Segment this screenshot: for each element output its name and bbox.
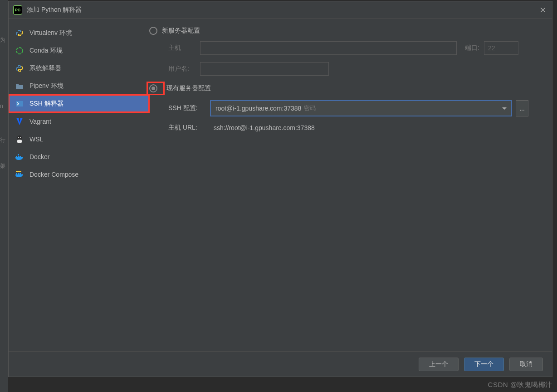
sidebar-item-label: Docker Compose — [29, 171, 78, 178]
host-input[interactable] — [200, 41, 457, 55]
sidebar-item-label: WSL — [29, 136, 43, 143]
host-label: 主机 — [168, 44, 200, 52]
sidebar-item-system[interactable]: 系统解释器 — [9, 59, 149, 77]
dialog-title: 添加 Python 解释器 — [27, 6, 538, 14]
svg-rect-10 — [16, 173, 17, 174]
sidebar-item-ssh[interactable]: SSH 解释器 — [9, 95, 149, 112]
cancel-button[interactable]: 取消 — [509, 358, 543, 371]
add-interpreter-dialog: PC 添加 Python 解释器 Virtualenv 环境 Conda 环境 … — [8, 1, 552, 377]
ssh-icon — [15, 99, 24, 108]
ide-gutter: 为 n 行 架 — [0, 0, 8, 392]
sidebar-item-conda[interactable]: Conda 环境 — [9, 42, 149, 59]
svg-rect-1 — [16, 101, 23, 106]
titlebar: PC 添加 Python 解释器 — [9, 1, 552, 19]
python-icon — [15, 64, 24, 73]
port-input[interactable] — [484, 41, 518, 55]
ssh-config-more-button[interactable]: ... — [516, 100, 528, 116]
next-button[interactable]: 下一个 — [464, 358, 504, 371]
ssh-config-hint: 密码 — [304, 104, 316, 112]
linux-icon — [15, 135, 24, 144]
sidebar-item-label: SSH 解释器 — [29, 100, 64, 108]
svg-rect-13 — [16, 171, 21, 172]
ssh-config-value: root@i-1.gpushare.com:37388 — [215, 105, 301, 112]
svg-rect-7 — [18, 156, 19, 157]
main-panel: 新服务器配置 主机 端口: 用户名: 现有服务器配置 SSH 配置: root@… — [149, 19, 552, 351]
docker-icon — [15, 152, 24, 161]
radio-existing-server[interactable] — [149, 84, 157, 92]
svg-point-4 — [18, 137, 19, 138]
host-url-value: ssh://root@i-1.gpushare.com:37388 — [214, 124, 315, 131]
prev-button[interactable]: 上一个 — [419, 358, 459, 371]
sidebar-item-virtualenv[interactable]: Virtualenv 环境 — [9, 24, 149, 42]
svg-point-3 — [17, 140, 22, 143]
sidebar-item-label: Pipenv 环境 — [29, 82, 64, 90]
sidebar-item-vagrant[interactable]: Vagrant — [9, 112, 149, 130]
pycharm-icon: PC — [13, 5, 22, 15]
sidebar-item-docker-compose[interactable]: Docker Compose — [9, 165, 149, 183]
svg-point-5 — [20, 137, 21, 138]
sidebar-item-label: Vagrant — [29, 118, 51, 125]
sidebar-item-pipenv[interactable]: Pipenv 环境 — [9, 77, 149, 95]
folder-icon — [15, 82, 24, 91]
vagrant-icon — [15, 117, 24, 126]
chevron-down-icon — [502, 107, 507, 110]
host-url-label: 主机 URL: — [168, 124, 210, 132]
port-label: 端口: — [465, 44, 479, 52]
close-button[interactable] — [538, 5, 547, 15]
radio-new-server-label: 新服务器配置 — [162, 27, 200, 35]
interpreter-type-sidebar: Virtualenv 环境 Conda 环境 系统解释器 Pipenv 环境 S… — [9, 19, 149, 351]
sidebar-item-label: Virtualenv 环境 — [29, 29, 72, 37]
conda-icon — [15, 46, 24, 55]
username-input[interactable] — [200, 62, 329, 76]
sidebar-item-label: Docker — [29, 153, 49, 160]
sidebar-item-label: 系统解释器 — [29, 64, 61, 73]
svg-point-2 — [17, 136, 22, 140]
watermark: CSDN @耿鬼喝椰汁 — [488, 381, 552, 389]
ssh-config-label: SSH 配置: — [168, 104, 210, 112]
dialog-footer: 上一个 下一个 取消 — [9, 351, 552, 377]
svg-point-0 — [16, 48, 23, 54]
sidebar-item-wsl[interactable]: WSL — [9, 130, 149, 148]
radio-existing-server-label: 现有服务器配置 — [166, 84, 211, 92]
sidebar-item-label: Conda 环境 — [29, 47, 63, 55]
sidebar-item-docker[interactable]: Docker — [9, 148, 149, 165]
radio-new-server[interactable] — [149, 27, 157, 35]
svg-rect-9 — [18, 154, 19, 155]
svg-rect-11 — [18, 173, 19, 174]
python-icon — [15, 29, 24, 38]
docker-compose-icon — [15, 170, 24, 179]
svg-rect-6 — [16, 156, 17, 157]
ssh-config-select[interactable]: root@i-1.gpushare.com:37388 密码 — [210, 100, 512, 116]
username-label: 用户名: — [168, 65, 200, 73]
